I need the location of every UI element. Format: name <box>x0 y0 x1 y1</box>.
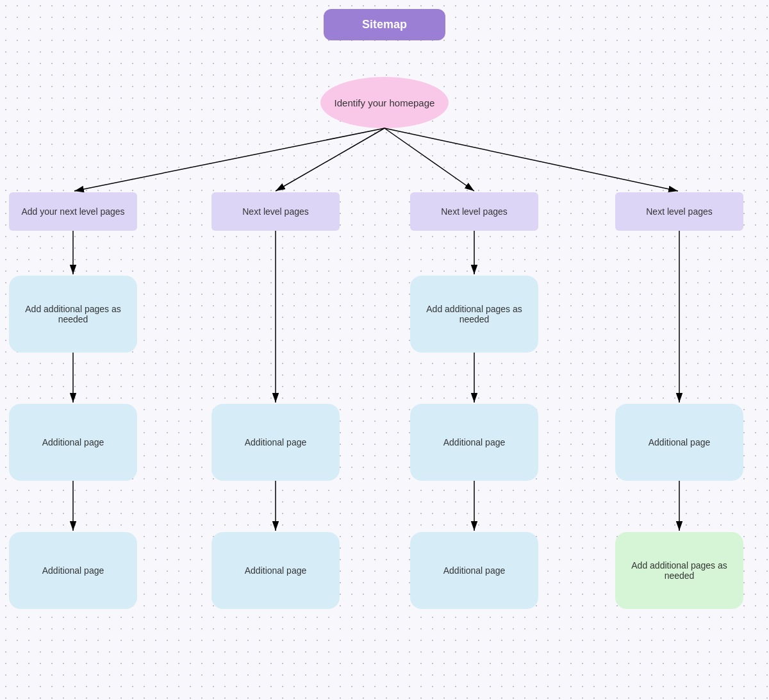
next-level-col2: Next level pages <box>211 192 340 231</box>
additional-top-col3: Add additional pages as needed <box>410 276 538 353</box>
additional2-col1: Additional page <box>9 532 137 609</box>
svg-line-4 <box>384 128 678 191</box>
additional-green-col4: Add additional pages as needed <box>615 532 743 609</box>
svg-line-3 <box>384 128 474 191</box>
additional-top-col1: Add additional pages as needed <box>9 276 137 353</box>
additional2-col3: Additional page <box>410 532 538 609</box>
additional2-col2: Additional page <box>211 532 340 609</box>
next-level-col3: Next level pages <box>410 192 538 231</box>
additional1-col1: Additional page <box>9 404 137 481</box>
homepage-ellipse: Identify your homepage <box>320 77 449 128</box>
sitemap-title: Sitemap <box>324 9 445 40</box>
additional1-col2: Additional page <box>211 404 340 481</box>
next-level-col1: Add your next level pages <box>9 192 137 231</box>
svg-line-2 <box>276 128 384 191</box>
svg-line-1 <box>74 128 384 191</box>
additional1-col4: Additional page <box>615 404 743 481</box>
next-level-col4: Next level pages <box>615 192 743 231</box>
additional1-col3: Additional page <box>410 404 538 481</box>
